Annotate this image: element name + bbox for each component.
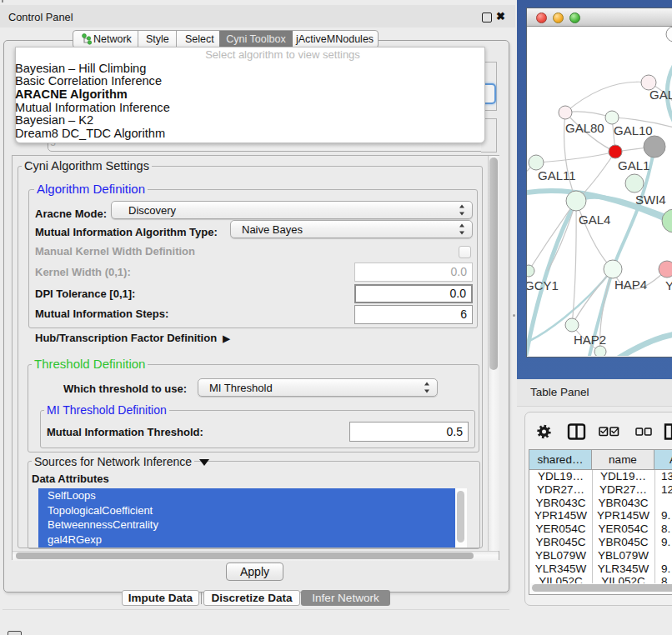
svg-text:GAL11: GAL11 <box>538 168 576 182</box>
svg-text:Y: Y <box>665 278 672 292</box>
svg-text:GAL1: GAL1 <box>618 158 649 172</box>
svg-text:GAL: GAL <box>649 88 672 102</box>
svg-text:GAL10: GAL10 <box>614 123 653 138</box>
svg-text:GCY1: GCY1 <box>527 278 559 292</box>
svg-text:GAL80: GAL80 <box>565 121 604 135</box>
svg-text:GAL4: GAL4 <box>579 212 610 227</box>
svg-text:HAP4: HAP4 <box>614 278 647 292</box>
svg-text:HAP2: HAP2 <box>574 332 606 347</box>
svg-text:SWI4: SWI4 <box>635 192 666 207</box>
